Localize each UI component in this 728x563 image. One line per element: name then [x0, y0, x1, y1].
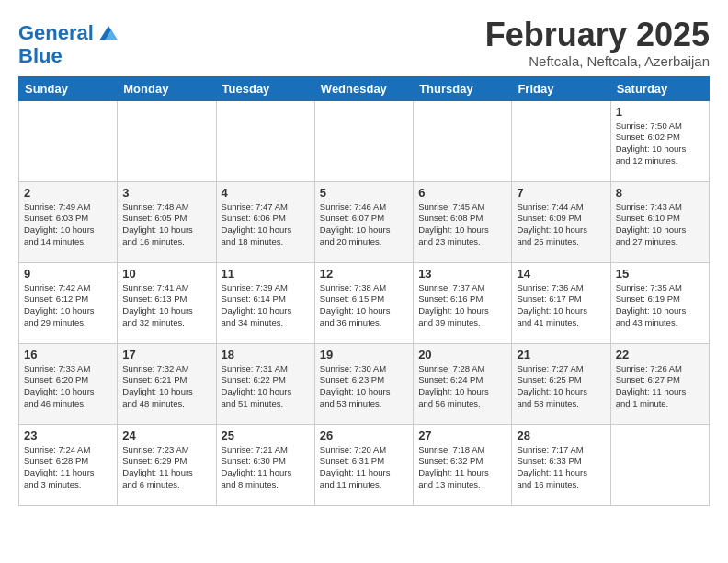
calendar-week-row: 9Sunrise: 7:42 AM Sunset: 6:12 PM Daylig…: [19, 262, 710, 343]
day-info: Sunrise: 7:31 AM Sunset: 6:22 PM Dayligh…: [222, 363, 310, 410]
table-row: 14Sunrise: 7:36 AM Sunset: 6:17 PM Dayli…: [512, 262, 610, 343]
day-number: 26: [320, 429, 408, 442]
calendar-header-row: Sunday Monday Tuesday Wednesday Thursday…: [19, 76, 710, 100]
table-row: 13Sunrise: 7:37 AM Sunset: 6:16 PM Dayli…: [414, 262, 512, 343]
table-row: 27Sunrise: 7:18 AM Sunset: 6:32 PM Dayli…: [414, 424, 512, 505]
day-number: 4: [222, 186, 310, 200]
day-info: Sunrise: 7:27 AM Sunset: 6:25 PM Dayligh…: [517, 363, 605, 410]
day-info: Sunrise: 7:33 AM Sunset: 6:20 PM Dayligh…: [24, 363, 112, 410]
table-row: 24Sunrise: 7:23 AM Sunset: 6:29 PM Dayli…: [118, 424, 216, 505]
table-row: 22Sunrise: 7:26 AM Sunset: 6:27 PM Dayli…: [610, 343, 709, 424]
page-container: General Blue February 2025 Neftcala, Nef…: [0, 0, 728, 515]
day-number: 19: [320, 348, 408, 362]
calendar-week-row: 2Sunrise: 7:49 AM Sunset: 6:03 PM Daylig…: [19, 181, 710, 262]
day-info: Sunrise: 7:21 AM Sunset: 6:30 PM Dayligh…: [222, 444, 310, 491]
month-title: February 2025: [485, 17, 710, 53]
calendar-week-row: 16Sunrise: 7:33 AM Sunset: 6:20 PM Dayli…: [19, 343, 710, 424]
day-info: Sunrise: 7:35 AM Sunset: 6:19 PM Dayligh…: [616, 282, 704, 329]
col-sunday: Sunday: [19, 76, 118, 100]
table-row: [19, 100, 118, 181]
table-row: 1Sunrise: 7:50 AM Sunset: 6:02 PM Daylig…: [610, 100, 709, 181]
table-row: 9Sunrise: 7:42 AM Sunset: 6:12 PM Daylig…: [19, 262, 118, 343]
day-info: Sunrise: 7:42 AM Sunset: 6:12 PM Dayligh…: [24, 282, 112, 329]
day-info: Sunrise: 7:50 AM Sunset: 6:02 PM Dayligh…: [616, 121, 704, 167]
table-row: 23Sunrise: 7:24 AM Sunset: 6:28 PM Dayli…: [19, 424, 118, 505]
table-row: [512, 100, 610, 181]
table-row: 8Sunrise: 7:43 AM Sunset: 6:10 PM Daylig…: [610, 181, 709, 262]
day-number: 23: [24, 429, 112, 442]
table-row: 26Sunrise: 7:20 AM Sunset: 6:31 PM Dayli…: [314, 424, 413, 505]
day-number: 5: [320, 186, 408, 200]
table-row: 16Sunrise: 7:33 AM Sunset: 6:20 PM Dayli…: [19, 343, 118, 424]
table-row: 7Sunrise: 7:44 AM Sunset: 6:09 PM Daylig…: [512, 181, 610, 262]
col-thursday: Thursday: [414, 76, 512, 100]
table-row: 15Sunrise: 7:35 AM Sunset: 6:19 PM Dayli…: [610, 262, 709, 343]
header: General Blue February 2025 Neftcala, Nef…: [18, 17, 710, 69]
table-row: [414, 100, 512, 181]
day-number: 13: [418, 267, 506, 281]
day-number: 10: [122, 267, 210, 281]
logo-general: General: [18, 23, 94, 43]
day-number: 1: [616, 105, 704, 119]
day-number: 12: [320, 267, 408, 281]
day-info: Sunrise: 7:43 AM Sunset: 6:10 PM Dayligh…: [616, 201, 704, 248]
table-row: 2Sunrise: 7:49 AM Sunset: 6:03 PM Daylig…: [19, 181, 118, 262]
table-row: 28Sunrise: 7:17 AM Sunset: 6:33 PM Dayli…: [512, 424, 610, 505]
day-number: 2: [24, 186, 112, 200]
col-monday: Monday: [118, 76, 216, 100]
location: Neftcala, Neftcala, Azerbaijan: [485, 53, 710, 69]
table-row: [314, 100, 413, 181]
table-row: 3Sunrise: 7:48 AM Sunset: 6:05 PM Daylig…: [118, 181, 216, 262]
day-info: Sunrise: 7:20 AM Sunset: 6:31 PM Dayligh…: [320, 444, 408, 491]
day-number: 3: [122, 186, 210, 200]
table-row: [216, 100, 314, 181]
table-row: [610, 424, 709, 505]
day-number: 14: [517, 267, 605, 281]
col-saturday: Saturday: [610, 76, 709, 100]
day-info: Sunrise: 7:24 AM Sunset: 6:28 PM Dayligh…: [24, 444, 112, 491]
day-info: Sunrise: 7:48 AM Sunset: 6:05 PM Dayligh…: [122, 201, 210, 248]
table-row: 19Sunrise: 7:30 AM Sunset: 6:23 PM Dayli…: [314, 343, 413, 424]
table-row: [118, 100, 216, 181]
logo-blue: Blue: [18, 46, 63, 66]
day-number: 24: [122, 429, 210, 442]
table-row: 12Sunrise: 7:38 AM Sunset: 6:15 PM Dayli…: [314, 262, 413, 343]
col-friday: Friday: [512, 76, 610, 100]
logo-icon: [96, 20, 121, 46]
day-info: Sunrise: 7:28 AM Sunset: 6:24 PM Dayligh…: [418, 363, 506, 410]
day-number: 11: [222, 267, 310, 281]
day-number: 21: [517, 348, 605, 362]
day-number: 25: [222, 429, 310, 442]
day-info: Sunrise: 7:49 AM Sunset: 6:03 PM Dayligh…: [24, 201, 112, 248]
day-info: Sunrise: 7:30 AM Sunset: 6:23 PM Dayligh…: [320, 363, 408, 410]
day-info: Sunrise: 7:45 AM Sunset: 6:08 PM Dayligh…: [418, 201, 506, 248]
day-number: 8: [616, 186, 704, 200]
table-row: 25Sunrise: 7:21 AM Sunset: 6:30 PM Dayli…: [216, 424, 314, 505]
day-number: 15: [616, 267, 704, 281]
logo: General Blue: [18, 20, 121, 66]
title-block: February 2025 Neftcala, Neftcala, Azerba…: [485, 17, 710, 69]
day-number: 17: [122, 348, 210, 362]
table-row: 17Sunrise: 7:32 AM Sunset: 6:21 PM Dayli…: [118, 343, 216, 424]
table-row: 20Sunrise: 7:28 AM Sunset: 6:24 PM Dayli…: [414, 343, 512, 424]
day-info: Sunrise: 7:23 AM Sunset: 6:29 PM Dayligh…: [122, 444, 210, 491]
day-info: Sunrise: 7:46 AM Sunset: 6:07 PM Dayligh…: [320, 201, 408, 248]
day-number: 16: [24, 348, 112, 362]
col-tuesday: Tuesday: [216, 76, 314, 100]
day-info: Sunrise: 7:39 AM Sunset: 6:14 PM Dayligh…: [222, 282, 310, 329]
day-number: 18: [222, 348, 310, 362]
day-info: Sunrise: 7:17 AM Sunset: 6:33 PM Dayligh…: [517, 444, 605, 491]
day-number: 28: [517, 429, 605, 442]
table-row: 18Sunrise: 7:31 AM Sunset: 6:22 PM Dayli…: [216, 343, 314, 424]
day-info: Sunrise: 7:36 AM Sunset: 6:17 PM Dayligh…: [517, 282, 605, 329]
table-row: 6Sunrise: 7:45 AM Sunset: 6:08 PM Daylig…: [414, 181, 512, 262]
table-row: 5Sunrise: 7:46 AM Sunset: 6:07 PM Daylig…: [314, 181, 413, 262]
table-row: 10Sunrise: 7:41 AM Sunset: 6:13 PM Dayli…: [118, 262, 216, 343]
day-info: Sunrise: 7:47 AM Sunset: 6:06 PM Dayligh…: [222, 201, 310, 248]
day-number: 6: [418, 186, 506, 200]
calendar-week-row: 1Sunrise: 7:50 AM Sunset: 6:02 PM Daylig…: [19, 100, 710, 181]
day-info: Sunrise: 7:32 AM Sunset: 6:21 PM Dayligh…: [122, 363, 210, 410]
day-info: Sunrise: 7:38 AM Sunset: 6:15 PM Dayligh…: [320, 282, 408, 329]
calendar: Sunday Monday Tuesday Wednesday Thursday…: [18, 76, 710, 506]
day-info: Sunrise: 7:18 AM Sunset: 6:32 PM Dayligh…: [418, 444, 506, 491]
